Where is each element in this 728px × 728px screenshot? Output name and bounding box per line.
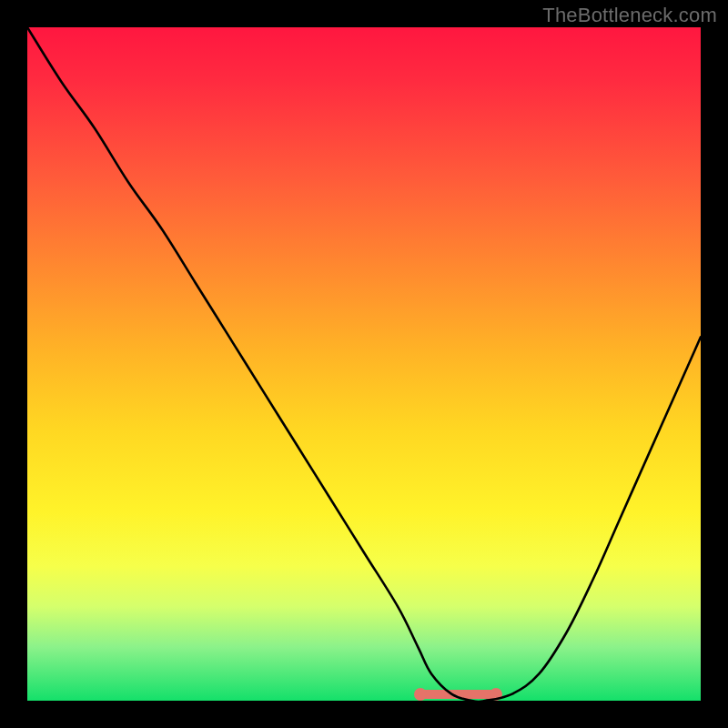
bottleneck-curve-line xyxy=(27,27,701,701)
watermark-text: TheBottleneck.com xyxy=(542,4,717,27)
chart-frame: TheBottleneck.com xyxy=(0,0,728,728)
plot-area xyxy=(27,27,701,701)
